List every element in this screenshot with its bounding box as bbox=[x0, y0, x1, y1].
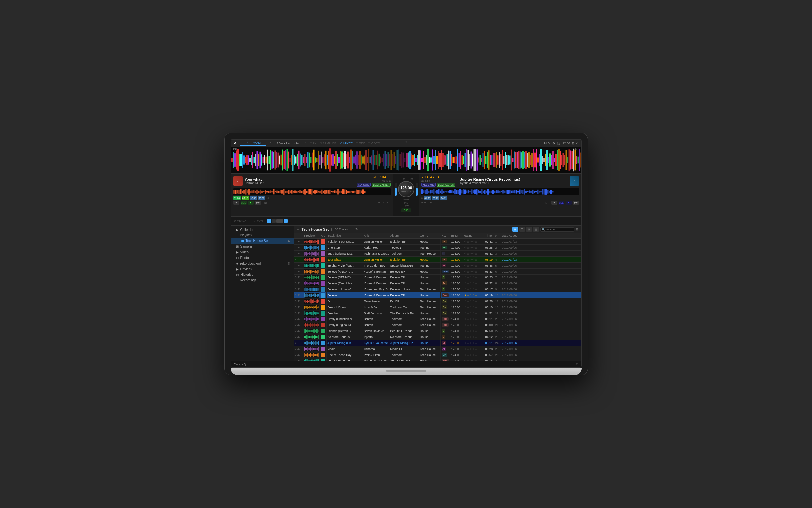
track-row[interactable]: CUE One Step Adrian Hour TRX021 Techno F… bbox=[294, 245, 581, 251]
preview-7[interactable] bbox=[303, 281, 320, 286]
cue-btn-2[interactable]: CUE bbox=[294, 251, 303, 256]
track-row[interactable]: CUE Suga (Original Mix... Technasia & Gr… bbox=[294, 251, 581, 257]
cue-a-2[interactable]: 03:15 bbox=[242, 196, 249, 200]
preview-1[interactable] bbox=[303, 245, 320, 250]
cue-btn-16[interactable]: CUE bbox=[294, 334, 303, 340]
cue-btn-15[interactable]: CUE bbox=[294, 328, 303, 334]
deck-a-cue-btn[interactable]: CUE bbox=[241, 201, 246, 205]
cue-btn-0[interactable]: CUE bbox=[294, 239, 303, 244]
layout-2deck[interactable]: 2Deck Horizontal bbox=[275, 141, 301, 145]
preview-14[interactable] bbox=[303, 322, 320, 328]
sidebar-item-rekordbox-xml[interactable]: ◈ rekordbox.xml ⚙ bbox=[231, 261, 294, 266]
track-row[interactable]: Z Jupiter Rising (Cir... Kydus & Yousef … bbox=[294, 340, 581, 346]
track-row[interactable]: CUE Isolation Feat Kno... Demian Muller … bbox=[294, 239, 581, 245]
preview-18[interactable] bbox=[303, 346, 320, 351]
sidebar-item-recordings[interactable]: ▼ Recordings bbox=[231, 278, 294, 283]
track-rating-19[interactable]: ☆☆☆☆☆ bbox=[463, 352, 484, 357]
cue-btn-11[interactable]: CUE bbox=[294, 304, 303, 310]
deck-b-beat-badge[interactable]: BEAT MASTER bbox=[437, 183, 456, 186]
track-rating-15[interactable]: ☆☆☆☆☆ bbox=[463, 328, 484, 334]
search-input[interactable] bbox=[546, 228, 573, 231]
cue-btn-1[interactable]: CUE bbox=[294, 245, 303, 250]
bpm-knob[interactable]: 125.00 0.0% ±10 bbox=[398, 181, 415, 198]
track-row[interactable]: CUE Firefly (Christian N... Bontan Toolr… bbox=[294, 316, 581, 322]
track-rating-9[interactable]: ★☆☆☆☆ bbox=[463, 292, 484, 298]
cue-btn-14[interactable]: CUE bbox=[294, 322, 303, 328]
cue-a-3[interactable]: 02:08 bbox=[250, 196, 257, 200]
preview-17[interactable] bbox=[303, 340, 320, 346]
th-rating[interactable]: Rating bbox=[463, 234, 484, 238]
track-rating-11[interactable]: ☆☆☆☆☆ bbox=[463, 304, 484, 310]
track-rating-17[interactable]: ☆☆☆☆☆ bbox=[463, 340, 484, 346]
track-rating-2[interactable]: ☆☆☆☆☆ bbox=[463, 251, 484, 256]
deck-b-hotcue[interactable]: HOT CUE ⌃ bbox=[421, 201, 434, 204]
th-artist[interactable]: Artist bbox=[363, 234, 389, 238]
track-rating-16[interactable]: ☆☆☆☆☆ bbox=[463, 334, 484, 340]
deck-a-play[interactable]: ▶ bbox=[248, 201, 254, 205]
track-row[interactable]: CUE About Time (Origi... Martin Ikin & L… bbox=[294, 358, 581, 361]
track-rating-1[interactable]: ☆☆☆☆☆ bbox=[463, 245, 484, 250]
cue-a-1[interactable]: 01:08 bbox=[233, 196, 241, 200]
deck-a-prev[interactable]: ◀ bbox=[233, 201, 239, 205]
track-row[interactable]: CUE Friends (Detroit S... Seven Davis Jr… bbox=[294, 328, 581, 334]
track-rating-0[interactable]: ☆☆☆☆☆ bbox=[463, 239, 484, 244]
xml-settings-icon[interactable]: ⚙ bbox=[288, 262, 290, 265]
track-rating-7[interactable]: ☆☆☆☆☆ bbox=[463, 281, 484, 286]
th-artwork[interactable]: Art. bbox=[320, 234, 327, 238]
sidebar-item-tech-house-set[interactable]: Tech House Set ⚙ bbox=[231, 238, 294, 244]
deck-b-next[interactable]: ▶▶ bbox=[573, 201, 579, 205]
preview-16[interactable] bbox=[303, 334, 320, 340]
cue-btn-13[interactable]: CUE bbox=[294, 316, 303, 322]
mode-performance[interactable]: PERFORMANCE bbox=[240, 140, 267, 145]
th-num[interactable]: # bbox=[494, 234, 501, 238]
th-album[interactable]: Album bbox=[389, 234, 419, 238]
sidebar-item-histories[interactable]: ◎ Histories bbox=[231, 272, 294, 278]
cue-btn-20[interactable]: CUE bbox=[294, 358, 303, 361]
th-genre[interactable]: Genre bbox=[419, 234, 440, 238]
track-row[interactable]: CUE Break It Down Loco & Jam Toolroom Tr… bbox=[294, 304, 581, 310]
track-row[interactable]: CUE Believe (DENNEY... Yousef & Bontan B… bbox=[294, 274, 581, 281]
deck-a-next[interactable]: ▶▶ bbox=[255, 201, 261, 205]
preview-13[interactable] bbox=[303, 316, 320, 322]
view-artwork-icon[interactable]: ⊠ bbox=[526, 227, 532, 231]
cue-btn-9[interactable]: CUE bbox=[294, 292, 303, 298]
settings-icon[interactable]: ⚙ bbox=[552, 141, 555, 145]
cue-btn-19[interactable]: CUE bbox=[294, 352, 303, 357]
cue-b-3[interactable]: 04:31 bbox=[440, 196, 447, 200]
preview-11[interactable] bbox=[303, 304, 320, 310]
preview-2[interactable] bbox=[303, 251, 320, 256]
window-controls[interactable]: ⊡ ✕ bbox=[572, 141, 578, 145]
cue-b-1[interactable]: 01:38 bbox=[424, 196, 431, 200]
cue-btn-18[interactable]: CUE bbox=[294, 346, 303, 351]
track-rating-18[interactable]: ☆☆☆☆☆ bbox=[463, 346, 484, 351]
preview-4[interactable] bbox=[303, 263, 320, 268]
deck-a-hotcue[interactable]: HOT CUE ⌃ bbox=[378, 201, 391, 204]
track-rating-5[interactable]: ☆☆☆☆☆ bbox=[463, 268, 484, 274]
preview-5[interactable] bbox=[303, 268, 320, 274]
preview-9[interactable] bbox=[303, 292, 320, 298]
deck-b-cue-btn[interactable]: CUE bbox=[559, 201, 565, 205]
sidebar-item-playlists[interactable]: ▼ Playlists bbox=[231, 232, 294, 238]
cue-a-4[interactable]: 03:37 bbox=[258, 196, 266, 200]
th-title[interactable]: Track Title bbox=[327, 234, 363, 238]
mixer-tab[interactable]: ✓ MIXER bbox=[340, 141, 352, 145]
preview-0[interactable] bbox=[303, 239, 320, 244]
track-row[interactable]: CUE Believe in Love (C... Yousef feat Ro… bbox=[294, 286, 581, 292]
sidebar-item-photo[interactable]: ⊡ Photo bbox=[231, 255, 294, 261]
sidebar-item-devices[interactable]: ▶ Devices bbox=[231, 266, 294, 272]
preview-3[interactable] bbox=[303, 257, 320, 262]
deck-a-key-badge[interactable]: KEY SYNC bbox=[356, 183, 371, 186]
deck-a-beat-badge[interactable]: BEAT MASTER bbox=[372, 183, 391, 186]
th-date[interactable]: Date Added bbox=[501, 234, 524, 238]
preview-8[interactable] bbox=[303, 286, 320, 292]
cue-btn-17[interactable]: Z bbox=[294, 340, 303, 346]
th-bpm[interactable]: BPM bbox=[450, 234, 463, 238]
th-preview[interactable]: Preview bbox=[303, 234, 320, 238]
track-row[interactable]: CUE Media Cabarza Media EP Tech House Ab… bbox=[294, 346, 581, 352]
track-row[interactable]: CUE Believe (ANNA re... Yousef & Bontan … bbox=[294, 268, 581, 274]
preview-15[interactable] bbox=[303, 328, 320, 334]
deck-b-play[interactable]: ▶ bbox=[566, 201, 572, 205]
cue-btn-10[interactable]: CUE bbox=[294, 298, 303, 304]
track-row[interactable]: CUE Believe (Timo Maa... Yousef & Bontan… bbox=[294, 281, 581, 286]
sidebar-item-video[interactable]: ▶ Video bbox=[231, 249, 294, 255]
